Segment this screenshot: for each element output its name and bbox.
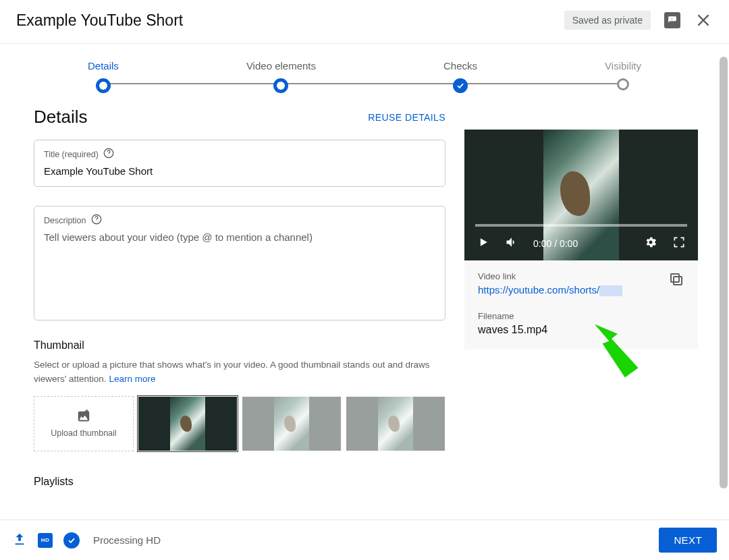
feedback-icon[interactable] — [664, 12, 680, 28]
details-heading: Details — [34, 107, 87, 128]
title-label-row: Title (required) — [44, 147, 435, 161]
stepper-dot-check-icon — [453, 78, 468, 93]
stepper-track — [103, 83, 626, 84]
details-column: Details REUSE DETAILS Title (required) E… — [34, 107, 446, 495]
next-button[interactable]: NEXT — [659, 528, 717, 553]
filename-label: Filename — [478, 311, 684, 321]
stepper-dot-disabled-icon — [617, 78, 629, 90]
video-controls: 0:00 / 0:00 — [464, 227, 698, 260]
video-meta-box: Video link https://youtube.com/shorts/ F… — [464, 260, 698, 349]
title-input-value[interactable]: Example YouTube Short — [44, 165, 435, 177]
svg-point-3 — [96, 221, 97, 222]
hd-badge-icon: HD — [38, 533, 53, 548]
title-field[interactable]: Title (required) Example YouTube Short — [34, 140, 446, 187]
stepper-label: Details — [88, 60, 119, 72]
description-field[interactable]: Description Tell viewers about your vide… — [34, 206, 446, 320]
upload-thumbnail-label: Upload thumbnail — [51, 428, 116, 438]
stepper-label: Visibility — [605, 60, 641, 72]
dialog-title: Example YouTube Short — [16, 11, 183, 30]
video-time-label: 0:00 / 0:00 — [533, 238, 578, 249]
title-label: Title (required) — [44, 150, 99, 159]
help-icon[interactable] — [90, 213, 103, 227]
processing-status-label: Processing HD — [93, 534, 161, 546]
thumbnail-row: Upload thumbnail — [34, 396, 446, 451]
video-link-id-hidden — [599, 285, 622, 296]
stepper-dot-active-icon — [96, 78, 111, 93]
settings-gear-icon[interactable] — [644, 235, 657, 252]
help-icon[interactable] — [103, 147, 115, 161]
description-label: Description — [44, 216, 86, 225]
image-add-icon — [75, 410, 92, 424]
content-columns: Details REUSE DETAILS Title (required) E… — [0, 101, 729, 495]
upload-icon — [12, 532, 27, 549]
thumbnail-blurb: Select or upload a picture that shows wh… — [34, 358, 439, 387]
filename-value: waves 15.mp4 — [478, 324, 684, 336]
dialog-body: Details Video elements Checks Visibility… — [0, 45, 729, 520]
dialog-footer: HD Processing HD NEXT — [0, 520, 729, 560]
svg-rect-7 — [16, 543, 24, 544]
learn-more-link[interactable]: Learn more — [109, 374, 155, 384]
volume-icon[interactable] — [505, 235, 518, 252]
video-link-label: Video link — [478, 271, 622, 281]
details-header-row: Details REUSE DETAILS — [34, 107, 446, 128]
video-preview-panel: 0:00 / 0:00 Video link https://youtube.c… — [464, 130, 698, 349]
video-preview-player[interactable]: 0:00 / 0:00 — [464, 130, 698, 260]
upload-stepper: Details Video elements Checks Visibility — [0, 45, 729, 101]
thumbnail-option-3[interactable] — [346, 396, 446, 451]
stepper-dot-icon — [273, 78, 288, 93]
close-button[interactable] — [694, 11, 713, 30]
description-placeholder: Tell viewers about your video (type @ to… — [44, 231, 435, 243]
header-actions: Saved as private — [564, 11, 713, 30]
video-link[interactable]: https://youtube.com/shorts/ — [478, 284, 622, 296]
thumbnail-option-1[interactable] — [138, 396, 238, 451]
video-link-text: https://youtube.com/shorts/ — [478, 284, 599, 296]
description-label-row: Description — [44, 213, 435, 227]
dialog-header: Example YouTube Short Saved as private — [0, 0, 729, 44]
stepper-label: Checks — [443, 60, 477, 72]
thumbnail-blurb-text: Select or upload a picture that shows wh… — [34, 360, 429, 384]
preview-column: 0:00 / 0:00 Video link https://youtube.c… — [464, 107, 698, 495]
upload-thumbnail-button[interactable]: Upload thumbnail — [34, 396, 134, 451]
stepper-label: Video elements — [246, 60, 316, 72]
reuse-details-button[interactable]: REUSE DETAILS — [368, 112, 446, 123]
svg-rect-5 — [671, 274, 679, 282]
check-circle-icon — [63, 532, 80, 549]
stepper-step-visibility[interactable]: Visibility — [605, 60, 641, 90]
save-status-chip: Saved as private — [564, 11, 651, 30]
stepper-step-checks[interactable]: Checks — [443, 60, 477, 93]
scrollbar-thumb[interactable] — [720, 57, 728, 488]
stepper-step-details[interactable]: Details — [88, 60, 119, 93]
svg-point-1 — [108, 155, 109, 156]
svg-rect-4 — [674, 277, 682, 285]
playlists-heading: Playlists — [34, 476, 446, 488]
play-icon[interactable] — [477, 235, 490, 252]
thumbnail-option-2[interactable] — [242, 396, 342, 451]
thumbnail-heading: Thumbnail — [34, 339, 446, 352]
fullscreen-icon[interactable] — [672, 235, 686, 252]
stepper-step-video-elements[interactable]: Video elements — [246, 60, 316, 93]
copy-link-button[interactable] — [668, 271, 684, 290]
